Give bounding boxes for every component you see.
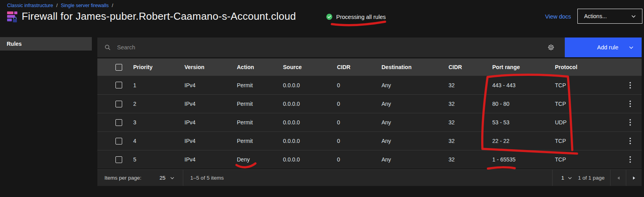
cell-cidr: 0 [331, 138, 376, 144]
column-header-priority: Priority [127, 64, 179, 70]
cell-version: IPv4 [179, 82, 231, 88]
cell-destination: Any [376, 82, 443, 88]
caret-left-icon [617, 176, 620, 180]
chevron-down-icon [631, 15, 636, 18]
cell-port-range: 80 - 80 [486, 101, 549, 107]
cell-source: 0.0.0.0 [277, 138, 331, 144]
actions-dropdown[interactable]: Actions... [577, 9, 642, 24]
cell-priority: 3 [127, 119, 179, 126]
row-checkbox[interactable] [115, 156, 122, 163]
cell-source: 0.0.0.0 [277, 82, 331, 88]
cell-version: IPv4 [179, 119, 231, 126]
cell-action: Permit [231, 138, 277, 144]
annotation-underline-processing [332, 22, 385, 25]
cell-source: 0.0.0.0 [277, 119, 331, 126]
cell-priority: 2 [127, 101, 179, 107]
column-header-dest-cidr: CIDR [443, 64, 486, 70]
cell-cidr: 0 [331, 156, 376, 163]
kebab-icon [629, 100, 631, 107]
cell-version: IPv4 [179, 156, 231, 163]
chevron-down-icon [629, 46, 633, 49]
row-checkbox[interactable] [115, 119, 122, 126]
items-range-text: 1–5 of 5 items [190, 175, 224, 181]
cell-source: 0.0.0.0 [277, 156, 331, 163]
cell-dest-cidr: 32 [443, 138, 486, 144]
cell-dest-cidr: 32 [443, 101, 486, 107]
gear-icon [547, 44, 555, 51]
column-header-source: Source [277, 64, 331, 70]
settings-button[interactable] [543, 38, 558, 57]
items-per-page-label: Items per page: [104, 175, 141, 181]
chevron-down-icon [170, 177, 174, 179]
cell-port-range: 1 - 65535 [486, 156, 549, 163]
cell-dest-cidr: 32 [443, 119, 486, 126]
column-header-version: Version [179, 64, 231, 70]
column-header-cidr: CIDR [331, 64, 376, 70]
cell-action: Permit [231, 119, 277, 126]
page-title: Firewall for James-puber.Robert-Caamano-… [22, 10, 296, 23]
row-checkbox[interactable] [115, 101, 122, 107]
caret-right-icon [633, 176, 636, 180]
cell-priority: 5 [127, 156, 179, 163]
cell-priority: 1 [127, 82, 179, 88]
add-rule-label: Add rule [597, 44, 618, 51]
cell-dest-cidr: 32 [443, 82, 486, 88]
cell-port-range: 443 - 443 [486, 82, 549, 88]
row-checkbox[interactable] [115, 138, 122, 144]
table-row: 4 IPv4 Permit 0.0.0.0 0 Any 32 22 - 22 T… [97, 131, 642, 150]
search-bar [97, 38, 565, 57]
row-checkbox[interactable] [115, 82, 122, 88]
cell-destination: Any [376, 119, 443, 126]
divider [552, 170, 553, 186]
cell-protocol: TCP [549, 101, 619, 107]
prev-page-button[interactable] [610, 170, 626, 186]
page-number-select[interactable]: 1 [561, 175, 572, 181]
table-row: 5 IPv4 Deny 0.0.0.0 0 Any 32 1 - 65535 T… [97, 150, 642, 169]
next-page-button[interactable] [626, 170, 642, 186]
table-row: 2 IPv4 Permit 0.0.0.0 0 Any 32 80 - 80 T… [97, 94, 642, 113]
page-count-text: 1 of 1 page [578, 175, 605, 181]
overflow-menu-button[interactable] [629, 156, 631, 163]
overflow-menu-button[interactable] [629, 82, 631, 89]
cell-protocol: TCP [549, 82, 619, 88]
kebab-icon [629, 137, 631, 144]
kebab-icon [629, 82, 631, 89]
cell-action: Permit [231, 82, 277, 88]
divider [183, 170, 183, 186]
search-input[interactable] [97, 38, 565, 57]
rules-panel: Add rule Priority Version Action Source … [97, 38, 642, 186]
table-row: 1 IPv4 Permit 0.0.0.0 0 Any 32 443 - 443… [97, 76, 642, 94]
items-per-page-select[interactable]: 25 [160, 175, 174, 181]
pagination-bar: Items per page: 25 1–5 of 5 items 1 1 of… [97, 169, 642, 186]
kebab-icon [629, 156, 631, 163]
cell-protocol: TCP [549, 156, 619, 163]
cell-priority: 4 [127, 138, 179, 144]
cell-protocol: UDP [549, 119, 619, 126]
breadcrumb-separator: / [56, 3, 58, 8]
cell-dest-cidr: 32 [443, 156, 486, 163]
overflow-menu-button[interactable] [629, 119, 631, 126]
overflow-menu-button[interactable] [629, 137, 631, 144]
column-header-port-range: Port range [486, 64, 549, 70]
column-header-action: Action [231, 64, 277, 70]
table-row: 3 IPv4 Permit 0.0.0.0 0 Any 32 53 - 53 U… [97, 113, 642, 131]
sidebar-item-rules[interactable]: Rules [0, 37, 92, 51]
cell-destination: Any [376, 138, 443, 144]
view-docs-link[interactable]: View docs [545, 13, 571, 20]
cell-source: 0.0.0.0 [277, 101, 331, 107]
column-header-destination: Destination [376, 64, 443, 70]
cell-action: Permit [231, 101, 277, 107]
overflow-menu-button[interactable] [629, 100, 631, 107]
search-icon [104, 44, 111, 51]
cell-destination: Any [376, 156, 443, 163]
column-header-protocol: Protocol [549, 64, 619, 70]
add-rule-button[interactable]: Add rule [565, 38, 642, 57]
chevron-down-icon [568, 177, 572, 179]
breadcrumb-link-single-server-firewalls[interactable]: Single server firewalls [61, 3, 109, 8]
select-all-checkbox[interactable] [115, 64, 122, 71]
cell-destination: Any [376, 101, 443, 107]
breadcrumb-separator: / [112, 3, 113, 8]
breadcrumb-link-classic-infrastructure[interactable]: Classic infrastructure [7, 3, 53, 8]
checkmark-filled-icon [326, 13, 333, 20]
status-badge: Processing all rules [326, 13, 386, 20]
